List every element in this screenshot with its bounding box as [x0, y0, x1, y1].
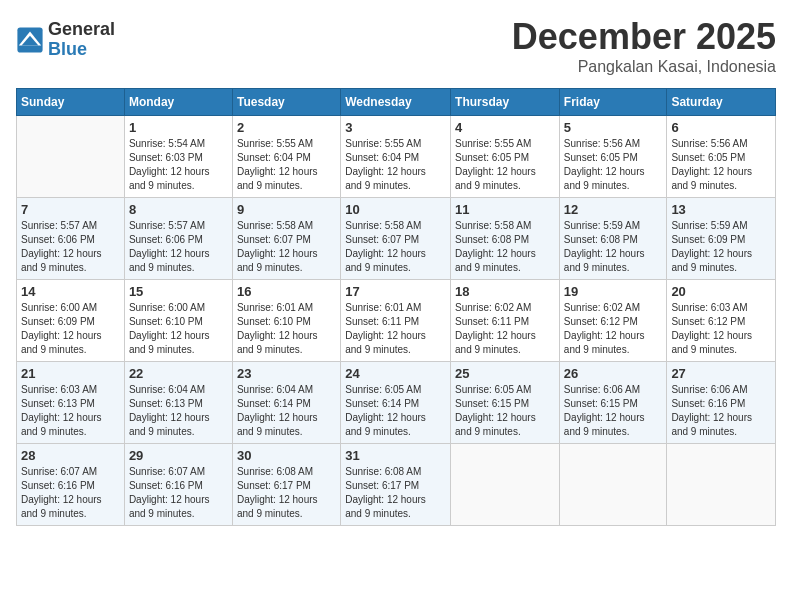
weekday-header-wednesday: Wednesday: [341, 89, 451, 116]
calendar-cell: 31Sunrise: 6:08 AM Sunset: 6:17 PM Dayli…: [341, 444, 451, 526]
day-info: Sunrise: 5:55 AM Sunset: 6:05 PM Dayligh…: [455, 137, 555, 193]
day-info: Sunrise: 6:06 AM Sunset: 6:15 PM Dayligh…: [564, 383, 663, 439]
day-info: Sunrise: 5:58 AM Sunset: 6:07 PM Dayligh…: [237, 219, 336, 275]
calendar-cell: 15Sunrise: 6:00 AM Sunset: 6:10 PM Dayli…: [124, 280, 232, 362]
month-title: December 2025: [512, 16, 776, 58]
calendar-week-row: 21Sunrise: 6:03 AM Sunset: 6:13 PM Dayli…: [17, 362, 776, 444]
day-info: Sunrise: 6:08 AM Sunset: 6:17 PM Dayligh…: [237, 465, 336, 521]
calendar-cell: 5Sunrise: 5:56 AM Sunset: 6:05 PM Daylig…: [559, 116, 667, 198]
day-number: 11: [455, 202, 555, 217]
day-number: 20: [671, 284, 771, 299]
calendar-week-row: 28Sunrise: 6:07 AM Sunset: 6:16 PM Dayli…: [17, 444, 776, 526]
calendar-cell: 6Sunrise: 5:56 AM Sunset: 6:05 PM Daylig…: [667, 116, 776, 198]
day-number: 17: [345, 284, 446, 299]
calendar-cell: [559, 444, 667, 526]
day-number: 18: [455, 284, 555, 299]
calendar-cell: 21Sunrise: 6:03 AM Sunset: 6:13 PM Dayli…: [17, 362, 125, 444]
logo-icon: [16, 26, 44, 54]
calendar-cell: 16Sunrise: 6:01 AM Sunset: 6:10 PM Dayli…: [232, 280, 340, 362]
calendar-cell: 18Sunrise: 6:02 AM Sunset: 6:11 PM Dayli…: [451, 280, 560, 362]
weekday-header-tuesday: Tuesday: [232, 89, 340, 116]
day-number: 29: [129, 448, 228, 463]
day-number: 31: [345, 448, 446, 463]
calendar-cell: 23Sunrise: 6:04 AM Sunset: 6:14 PM Dayli…: [232, 362, 340, 444]
day-info: Sunrise: 5:55 AM Sunset: 6:04 PM Dayligh…: [345, 137, 446, 193]
calendar-cell: 3Sunrise: 5:55 AM Sunset: 6:04 PM Daylig…: [341, 116, 451, 198]
calendar-body: 1Sunrise: 5:54 AM Sunset: 6:03 PM Daylig…: [17, 116, 776, 526]
weekday-header-monday: Monday: [124, 89, 232, 116]
calendar-cell: 14Sunrise: 6:00 AM Sunset: 6:09 PM Dayli…: [17, 280, 125, 362]
day-info: Sunrise: 6:02 AM Sunset: 6:11 PM Dayligh…: [455, 301, 555, 357]
day-number: 23: [237, 366, 336, 381]
day-number: 3: [345, 120, 446, 135]
day-info: Sunrise: 5:56 AM Sunset: 6:05 PM Dayligh…: [671, 137, 771, 193]
day-number: 26: [564, 366, 663, 381]
day-number: 21: [21, 366, 120, 381]
day-info: Sunrise: 6:03 AM Sunset: 6:12 PM Dayligh…: [671, 301, 771, 357]
day-number: 19: [564, 284, 663, 299]
day-number: 6: [671, 120, 771, 135]
day-info: Sunrise: 6:02 AM Sunset: 6:12 PM Dayligh…: [564, 301, 663, 357]
day-number: 28: [21, 448, 120, 463]
day-info: Sunrise: 6:00 AM Sunset: 6:10 PM Dayligh…: [129, 301, 228, 357]
weekday-header-row: SundayMondayTuesdayWednesdayThursdayFrid…: [17, 89, 776, 116]
calendar-cell: 12Sunrise: 5:59 AM Sunset: 6:08 PM Dayli…: [559, 198, 667, 280]
calendar-cell: 25Sunrise: 6:05 AM Sunset: 6:15 PM Dayli…: [451, 362, 560, 444]
day-number: 27: [671, 366, 771, 381]
day-info: Sunrise: 5:55 AM Sunset: 6:04 PM Dayligh…: [237, 137, 336, 193]
day-info: Sunrise: 5:56 AM Sunset: 6:05 PM Dayligh…: [564, 137, 663, 193]
calendar-header: SundayMondayTuesdayWednesdayThursdayFrid…: [17, 89, 776, 116]
day-number: 14: [21, 284, 120, 299]
calendar-cell: 30Sunrise: 6:08 AM Sunset: 6:17 PM Dayli…: [232, 444, 340, 526]
day-info: Sunrise: 6:08 AM Sunset: 6:17 PM Dayligh…: [345, 465, 446, 521]
day-info: Sunrise: 6:00 AM Sunset: 6:09 PM Dayligh…: [21, 301, 120, 357]
day-info: Sunrise: 6:01 AM Sunset: 6:10 PM Dayligh…: [237, 301, 336, 357]
logo: General Blue: [16, 20, 115, 60]
day-info: Sunrise: 5:59 AM Sunset: 6:09 PM Dayligh…: [671, 219, 771, 275]
day-number: 8: [129, 202, 228, 217]
logo-blue-text: Blue: [48, 40, 115, 60]
weekday-header-sunday: Sunday: [17, 89, 125, 116]
calendar-week-row: 14Sunrise: 6:00 AM Sunset: 6:09 PM Dayli…: [17, 280, 776, 362]
day-number: 30: [237, 448, 336, 463]
day-info: Sunrise: 6:05 AM Sunset: 6:14 PM Dayligh…: [345, 383, 446, 439]
day-info: Sunrise: 5:57 AM Sunset: 6:06 PM Dayligh…: [21, 219, 120, 275]
calendar-cell: 26Sunrise: 6:06 AM Sunset: 6:15 PM Dayli…: [559, 362, 667, 444]
calendar-cell: 22Sunrise: 6:04 AM Sunset: 6:13 PM Dayli…: [124, 362, 232, 444]
day-number: 12: [564, 202, 663, 217]
day-number: 7: [21, 202, 120, 217]
calendar-cell: 9Sunrise: 5:58 AM Sunset: 6:07 PM Daylig…: [232, 198, 340, 280]
day-number: 24: [345, 366, 446, 381]
day-number: 5: [564, 120, 663, 135]
day-info: Sunrise: 6:04 AM Sunset: 6:14 PM Dayligh…: [237, 383, 336, 439]
day-info: Sunrise: 5:54 AM Sunset: 6:03 PM Dayligh…: [129, 137, 228, 193]
day-info: Sunrise: 6:04 AM Sunset: 6:13 PM Dayligh…: [129, 383, 228, 439]
calendar-cell: [17, 116, 125, 198]
calendar-cell: 20Sunrise: 6:03 AM Sunset: 6:12 PM Dayli…: [667, 280, 776, 362]
calendar-cell: 24Sunrise: 6:05 AM Sunset: 6:14 PM Dayli…: [341, 362, 451, 444]
calendar-cell: 2Sunrise: 5:55 AM Sunset: 6:04 PM Daylig…: [232, 116, 340, 198]
calendar-cell: 29Sunrise: 6:07 AM Sunset: 6:16 PM Dayli…: [124, 444, 232, 526]
day-number: 10: [345, 202, 446, 217]
calendar-cell: 11Sunrise: 5:58 AM Sunset: 6:08 PM Dayli…: [451, 198, 560, 280]
day-number: 1: [129, 120, 228, 135]
calendar-cell: [451, 444, 560, 526]
day-info: Sunrise: 5:58 AM Sunset: 6:08 PM Dayligh…: [455, 219, 555, 275]
calendar-week-row: 7Sunrise: 5:57 AM Sunset: 6:06 PM Daylig…: [17, 198, 776, 280]
title-area: December 2025 Pangkalan Kasai, Indonesia: [512, 16, 776, 76]
day-info: Sunrise: 6:07 AM Sunset: 6:16 PM Dayligh…: [129, 465, 228, 521]
day-number: 13: [671, 202, 771, 217]
calendar-cell: 1Sunrise: 5:54 AM Sunset: 6:03 PM Daylig…: [124, 116, 232, 198]
day-info: Sunrise: 6:07 AM Sunset: 6:16 PM Dayligh…: [21, 465, 120, 521]
page-header: General Blue December 2025 Pangkalan Kas…: [16, 16, 776, 76]
calendar-cell: 10Sunrise: 5:58 AM Sunset: 6:07 PM Dayli…: [341, 198, 451, 280]
weekday-header-friday: Friday: [559, 89, 667, 116]
day-info: Sunrise: 6:03 AM Sunset: 6:13 PM Dayligh…: [21, 383, 120, 439]
weekday-header-saturday: Saturday: [667, 89, 776, 116]
calendar-cell: 19Sunrise: 6:02 AM Sunset: 6:12 PM Dayli…: [559, 280, 667, 362]
calendar-cell: 28Sunrise: 6:07 AM Sunset: 6:16 PM Dayli…: [17, 444, 125, 526]
calendar-cell: 17Sunrise: 6:01 AM Sunset: 6:11 PM Dayli…: [341, 280, 451, 362]
logo-general-text: General: [48, 20, 115, 40]
calendar-cell: 7Sunrise: 5:57 AM Sunset: 6:06 PM Daylig…: [17, 198, 125, 280]
day-number: 16: [237, 284, 336, 299]
